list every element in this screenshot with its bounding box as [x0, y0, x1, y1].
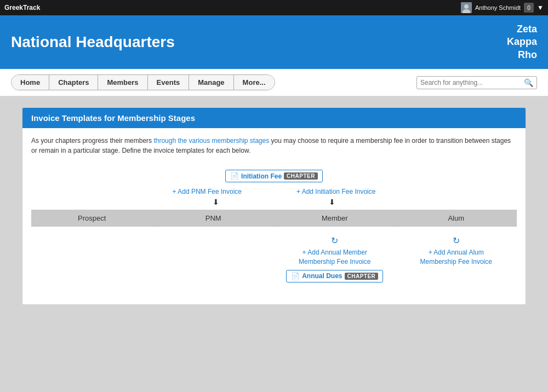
bottom-section: ↻ + Add Annual MemberMembership Fee Invo…: [31, 232, 517, 286]
nav-more[interactable]: More...: [234, 75, 275, 90]
add-alum-annual-link[interactable]: + Add Annual AlumMembership Fee Invoice: [420, 248, 492, 267]
add-member-annual-link[interactable]: + Add Annual MemberMembership Fee Invoic…: [299, 248, 370, 267]
initiation-fee-tag: CHAPTER: [284, 172, 318, 180]
pipeline: Prospect PNM Member Alum: [31, 210, 517, 227]
invoice-card: Invoice Templates for Membership Stages …: [22, 107, 526, 305]
brand-label: GreekTrack: [4, 4, 40, 11]
main-content: Invoice Templates for Membership Stages …: [0, 96, 548, 316]
initiation-fee-label: Initiation Fee: [241, 172, 282, 180]
stage-prospect: Prospect: [31, 210, 153, 227]
nav-pills: Home Chapters Members Events Manage More…: [11, 74, 275, 90]
card-description: As your chapters progress their members …: [31, 136, 517, 155]
stage-alum: Alum: [396, 210, 517, 227]
add-pnm-fee-link[interactable]: + Add PNM Fee Invoice: [173, 188, 242, 195]
annual-dues-tag: CHAPTER: [345, 273, 379, 280]
card-header: Invoice Templates for Membership Stages: [22, 108, 526, 128]
user-dropdown-icon[interactable]: ▼: [537, 4, 544, 11]
top-bar-right: Anthony Schmidt 0 ▼: [461, 2, 544, 13]
top-bar: GreekTrack Anthony Schmidt 0 ▼: [0, 0, 548, 15]
document-icon: 📄: [230, 172, 239, 180]
prospect-content: [31, 232, 153, 286]
nav-manage[interactable]: Manage: [189, 75, 233, 90]
notification-badge[interactable]: 0: [524, 3, 534, 13]
alum-content: ↻ + Add Annual AlumMembership Fee Invoic…: [396, 232, 517, 286]
org-name: Zeta Kappa Rho: [507, 23, 537, 61]
header: National Headquarters Zeta Kappa Rho: [0, 15, 548, 69]
stage-member: Member: [274, 210, 396, 227]
page-title: National Headquarters: [11, 33, 175, 51]
initiation-fee-badge[interactable]: 📄 Initiation Fee CHAPTER: [225, 170, 323, 182]
annual-dues-label: Annual Dues: [302, 272, 342, 280]
nav-members[interactable]: Members: [98, 75, 147, 90]
initiation-section: 📄 Initiation Fee CHAPTER: [31, 170, 517, 182]
username-label: Anthony Schmidt: [475, 4, 521, 11]
search-box[interactable]: 🔍: [416, 76, 537, 89]
add-initiation-fee-link[interactable]: + Add Initiation Fee Invoice: [296, 188, 375, 195]
alum-refresh-icon: ↻: [453, 235, 460, 246]
avatar: [461, 2, 472, 13]
add-fee-row: + Add PNM Fee Invoice + Add Initiation F…: [31, 188, 517, 195]
pnm-content: [153, 232, 275, 286]
template-area: 📄 Initiation Fee CHAPTER + Add PNM Fee I…: [31, 164, 517, 297]
nav-events[interactable]: Events: [148, 75, 190, 90]
search-input[interactable]: [420, 79, 524, 87]
nav-bar: Home Chapters Members Events Manage More…: [0, 69, 548, 96]
card-body: As your chapters progress their members …: [22, 128, 526, 304]
pnm-arrow-down: ⬇: [213, 198, 219, 206]
arrow-row: ⬇ ⬇: [31, 198, 517, 206]
nav-home[interactable]: Home: [12, 75, 49, 90]
nav-chapters[interactable]: Chapters: [49, 75, 98, 90]
member-arrow-down: ⬇: [329, 198, 335, 206]
svg-point-1: [464, 4, 469, 9]
annual-dues-doc-icon: 📄: [291, 272, 300, 280]
search-icon: 🔍: [524, 78, 533, 87]
stage-pnm: PNM: [153, 210, 275, 227]
member-refresh-icon: ↻: [331, 235, 338, 246]
member-content: ↻ + Add Annual MemberMembership Fee Invo…: [274, 232, 396, 286]
annual-dues-badge[interactable]: 📄 Annual Dues CHAPTER: [286, 270, 383, 283]
